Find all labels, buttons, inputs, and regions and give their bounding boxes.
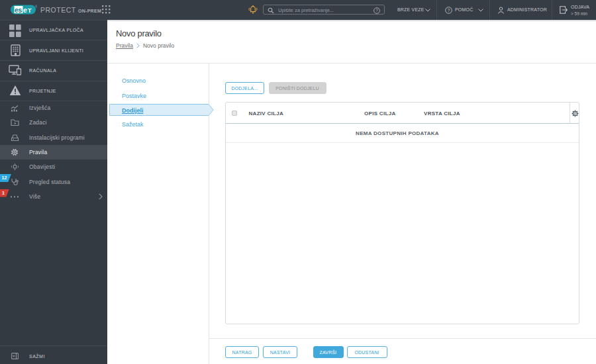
svg-text:®: ® [35, 5, 37, 9]
svg-text:e: e [23, 6, 27, 14]
svg-text:es: es [15, 6, 23, 14]
svg-text:?: ? [448, 8, 450, 13]
svg-text:T: T [28, 7, 32, 14]
svg-text:?: ? [375, 8, 378, 13]
